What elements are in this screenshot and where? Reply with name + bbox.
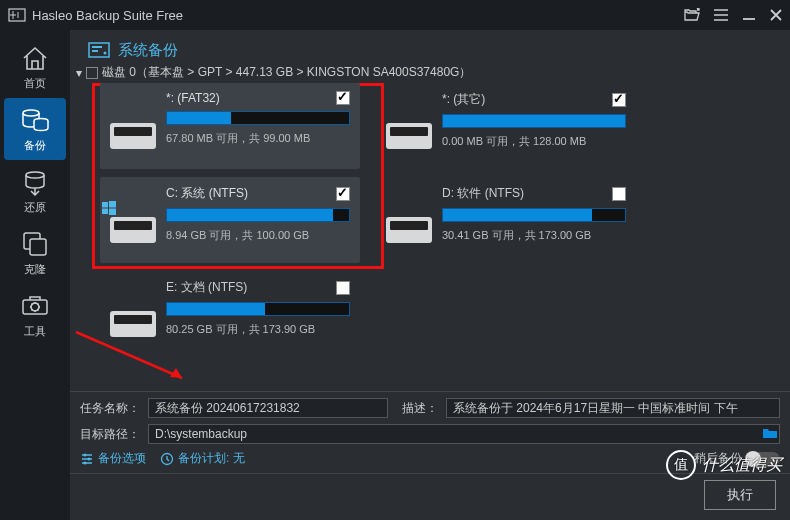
partition-card[interactable]: E: 文档 (NTFS)80.25 GB 可用，共 173.90 GB	[100, 271, 360, 357]
partition-checkbox[interactable]	[336, 187, 350, 201]
open-icon[interactable]	[684, 8, 700, 22]
disk-icon	[110, 185, 156, 253]
later-toggle[interactable]	[746, 452, 780, 466]
usage-bar	[442, 208, 626, 222]
action-row: 执行	[70, 473, 790, 520]
svg-point-20	[84, 461, 87, 464]
task-name-label: 任务名称：	[80, 400, 140, 417]
menu-icon[interactable]	[714, 8, 728, 22]
usage-text: 30.41 GB 可用，共 173.00 GB	[442, 228, 626, 243]
page-header: 系统备份	[70, 30, 790, 60]
svg-rect-14	[102, 202, 108, 208]
usage-text: 67.80 MB 可用，共 99.00 MB	[166, 131, 350, 146]
svg-rect-11	[92, 46, 102, 48]
partition-name: *: (其它)	[442, 91, 485, 108]
path-input[interactable]	[148, 424, 780, 444]
svg-point-18	[84, 453, 87, 456]
disk-icon	[110, 279, 156, 347]
svg-rect-16	[102, 209, 108, 215]
app-logo-icon	[8, 7, 26, 23]
usage-text: 80.25 GB 可用，共 173.90 GB	[166, 322, 350, 337]
svg-rect-5	[30, 239, 46, 255]
svg-rect-15	[109, 201, 116, 208]
disk-row[interactable]: ▾ 磁盘 0（基本盘 > GPT > 447.13 GB > KINGSTON …	[70, 60, 790, 83]
usage-text: 0.00 MB 可用，共 128.00 MB	[442, 134, 626, 149]
desc-input[interactable]	[446, 398, 780, 418]
disk-name: 磁盘 0（基本盘 > GPT > 447.13 GB > KINGSTON SA…	[102, 64, 471, 81]
nav-backup[interactable]: 备份	[4, 98, 66, 160]
options-row: 备份选项 备份计划: 无 稍后备份	[70, 450, 790, 473]
tree-toggle-icon[interactable]: ▾	[76, 66, 82, 80]
task-name-input[interactable]	[148, 398, 388, 418]
disk-icon	[110, 91, 156, 159]
nav-restore[interactable]: 还原	[4, 160, 66, 222]
nav-label: 首页	[24, 76, 46, 91]
nav-tools[interactable]: 工具	[4, 284, 66, 346]
titlebar: Hasleo Backup Suite Free	[0, 0, 790, 30]
partition-card[interactable]: C: 系统 (NTFS)8.94 GB 可用，共 100.00 GB	[100, 177, 360, 263]
usage-bar	[166, 208, 350, 222]
partition-name: E: 文档 (NTFS)	[166, 279, 247, 296]
minimize-icon[interactable]	[742, 8, 756, 22]
partition-card[interactable]: D: 软件 (NTFS)30.41 GB 可用，共 173.00 GB	[376, 177, 636, 263]
sidebar: 首页 备份 还原 克隆 工具	[0, 30, 70, 520]
app-title: Hasleo Backup Suite Free	[32, 8, 684, 23]
svg-point-3	[26, 172, 44, 178]
nav-label: 工具	[24, 324, 46, 339]
usage-bar	[166, 302, 350, 316]
svg-point-19	[88, 457, 91, 460]
partition-card[interactable]: *: (FAT32)67.80 MB 可用，共 99.00 MB	[100, 83, 360, 169]
desc-label: 描述：	[402, 400, 438, 417]
partition-checkbox[interactable]	[336, 281, 350, 295]
nav-label: 备份	[24, 138, 46, 153]
svg-point-1	[23, 110, 39, 116]
disk-checkbox[interactable]	[86, 67, 98, 79]
partition-checkbox[interactable]	[612, 187, 626, 201]
task-form: 任务名称： 描述： 目标路径：	[70, 391, 790, 450]
usage-text: 8.94 GB 可用，共 100.00 GB	[166, 228, 350, 243]
svg-rect-17	[109, 209, 116, 216]
browse-folder-icon[interactable]	[762, 426, 778, 443]
nav-clone[interactable]: 克隆	[4, 222, 66, 284]
usage-bar	[442, 114, 626, 128]
nav-label: 克隆	[24, 262, 46, 277]
execute-button[interactable]: 执行	[704, 480, 776, 510]
options-icon	[80, 452, 94, 466]
disk-icon	[386, 91, 432, 159]
schedule-icon	[160, 452, 174, 466]
usage-bar	[166, 111, 350, 125]
nav-label: 还原	[24, 200, 46, 215]
partition-name: *: (FAT32)	[166, 91, 220, 105]
partitions-grid: *: (FAT32)67.80 MB 可用，共 99.00 MB*: (其它)0…	[70, 83, 790, 361]
page-title: 系统备份	[118, 41, 178, 60]
path-label: 目标路径：	[80, 426, 140, 443]
later-label: 稍后备份	[694, 450, 742, 467]
close-icon[interactable]	[770, 8, 782, 22]
backup-plan-link[interactable]: 备份计划: 无	[178, 450, 245, 467]
partition-name: C: 系统 (NTFS)	[166, 185, 248, 202]
disk-icon	[386, 185, 432, 253]
window-controls	[684, 8, 782, 22]
partition-card[interactable]: *: (其它)0.00 MB 可用，共 128.00 MB	[376, 83, 636, 169]
svg-rect-12	[92, 50, 98, 52]
content-area: 系统备份 ▾ 磁盘 0（基本盘 > GPT > 447.13 GB > KING…	[70, 30, 790, 520]
nav-home[interactable]: 首页	[4, 36, 66, 98]
system-backup-icon	[88, 40, 110, 60]
svg-point-13	[104, 52, 107, 55]
partition-name: D: 软件 (NTFS)	[442, 185, 524, 202]
backup-options-link[interactable]: 备份选项	[98, 450, 146, 467]
partition-checkbox[interactable]	[612, 93, 626, 107]
partition-checkbox[interactable]	[336, 91, 350, 105]
